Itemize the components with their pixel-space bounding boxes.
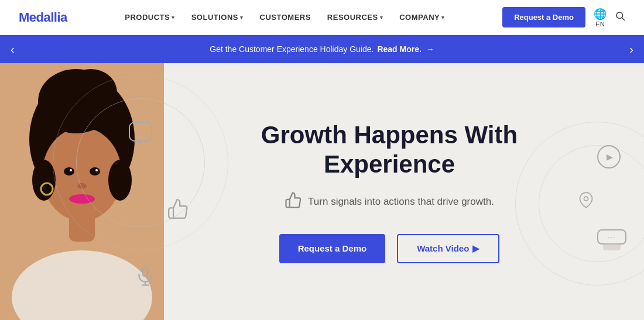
- language-selector[interactable]: 🌐 EN: [594, 8, 607, 27]
- speech-tail-icon: [603, 243, 621, 250]
- banner-arrow-icon: →: [426, 44, 434, 54]
- logo[interactable]: Medallia: [19, 10, 67, 25]
- nav-solutions-label: SOLUTIONS: [191, 13, 238, 22]
- location-pin-icon: [578, 192, 594, 212]
- svg-point-21: [584, 197, 588, 201]
- navbar: Medallia PRODUCTS ▾ SOLUTIONS ▾ CUSTOMER…: [0, 0, 644, 35]
- nav-company-label: COMPANY: [399, 13, 440, 22]
- speech-bubble-right-icon: [597, 229, 626, 245]
- nav-resources[interactable]: RESOURCES ▾: [320, 8, 390, 26]
- microphone-icon: [135, 265, 156, 291]
- hero-content: Growth Happens With Experience Turn sign…: [199, 121, 580, 263]
- nav-resources-label: RESOURCES: [327, 13, 378, 22]
- lang-label: EN: [595, 20, 604, 27]
- svg-rect-18: [143, 267, 148, 277]
- banner-text: Get the Customer Experience Holiday Guid…: [210, 44, 374, 54]
- play-icon: ▶: [472, 243, 479, 254]
- hero-subtitle-container: Turn signals into actions that drive gro…: [199, 191, 580, 213]
- navbar-right: Request a Demo 🌐 EN: [502, 7, 625, 27]
- nav-products[interactable]: PRODUCTS ▾: [118, 8, 181, 26]
- thumbs-up-icon: [167, 198, 189, 225]
- hero-subtitle-text: Turn signals into actions that drive gro…: [308, 196, 494, 208]
- play-button-icon[interactable]: [597, 145, 621, 168]
- banner-next-button[interactable]: ›: [624, 40, 639, 59]
- chat-bubble-icon: [129, 122, 152, 142]
- hero-watch-video-label: Watch Video: [417, 243, 469, 253]
- nav-solutions[interactable]: SOLUTIONS ▾: [184, 8, 251, 26]
- hero-title: Growth Happens With Experience: [199, 121, 580, 180]
- nav-company[interactable]: COMPANY ▾: [392, 8, 451, 26]
- hero-buttons: Request a Demo Watch Video ▶: [199, 234, 580, 263]
- banner-read-more-link[interactable]: Read More. →: [377, 44, 434, 54]
- nav-menu: PRODUCTS ▾ SOLUTIONS ▾ CUSTOMERS RESOURC…: [118, 8, 451, 26]
- announcement-banner: ‹ Get the Customer Experience Holiday Gu…: [0, 35, 644, 63]
- hero-section: Growth Happens With Experience Turn sign…: [0, 63, 644, 320]
- svg-line-1: [622, 18, 625, 20]
- request-demo-button[interactable]: Request a Demo: [502, 7, 585, 27]
- hero-thumb-icon: [285, 191, 302, 213]
- search-button[interactable]: [615, 11, 625, 24]
- banner-link-text: Read More.: [377, 44, 421, 54]
- globe-icon: 🌐: [594, 8, 607, 20]
- banner-prev-button[interactable]: ‹: [5, 40, 20, 59]
- nav-customers[interactable]: CUSTOMERS: [253, 8, 318, 26]
- hero-request-demo-button[interactable]: Request a Demo: [279, 234, 386, 263]
- hero-watch-video-button[interactable]: Watch Video ▶: [397, 234, 499, 263]
- chevron-down-icon: ▾: [172, 15, 175, 20]
- svg-point-0: [616, 12, 623, 19]
- chevron-down-icon: ▾: [240, 15, 244, 20]
- nav-products-label: PRODUCTS: [125, 13, 170, 22]
- chevron-down-icon: ▾: [441, 15, 445, 20]
- chevron-down-icon: ▾: [380, 15, 383, 20]
- logo-text: Medallia: [19, 10, 67, 25]
- nav-customers-label: CUSTOMERS: [260, 13, 311, 22]
